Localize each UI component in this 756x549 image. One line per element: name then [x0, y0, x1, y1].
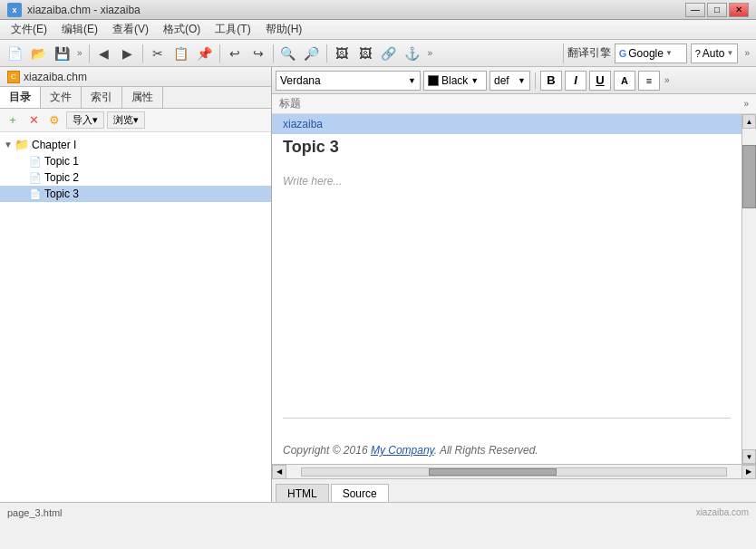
content-with-scroll: xiazaiba Topic 3 Write here... Copyright… — [272, 114, 756, 464]
font-chevron-icon: ▼ — [408, 76, 416, 85]
tree-topic2[interactable]: 📄 Topic 2 — [0, 169, 271, 186]
content-area: Verdana ▼ Black ▼ def ▼ B I U A ≡ » 标题 » — [272, 67, 756, 502]
toolbar-more-2[interactable]: » — [425, 48, 436, 58]
status-right: xiazaiba.com — [696, 507, 749, 517]
editor-content[interactable]: Write here... — [272, 164, 741, 400]
forward-button[interactable]: ▶ — [117, 43, 139, 64]
translate-section: 翻译引擎 G Google ▼ ? Auto ▼ » — [563, 43, 756, 63]
tab-toc[interactable]: 目录 — [0, 87, 41, 108]
vertical-scrollbar[interactable]: ▲ ▼ — [741, 114, 756, 464]
underline-button[interactable]: U — [589, 71, 611, 91]
sidebar-tree: ▼ 📁 Chapter I 📄 Topic 1 📄 Topic 2 📄 Topi… — [0, 132, 271, 502]
anchor-button[interactable]: ⚓ — [402, 43, 423, 64]
heading-more[interactable]: » — [743, 99, 749, 109]
color-select[interactable]: Black ▼ — [423, 71, 487, 91]
sep-1 — [89, 44, 90, 63]
translate-engine-select[interactable]: G Google ▼ — [615, 43, 687, 63]
add-item-button[interactable]: + — [4, 111, 22, 130]
status-logo: xiazaiba.com — [696, 507, 749, 517]
menu-view[interactable]: 查看(V) — [105, 20, 156, 39]
my-company-link[interactable]: My Company — [371, 444, 434, 457]
link-button[interactable]: 🔗 — [378, 43, 400, 64]
translate-lang-value: Auto — [703, 47, 725, 60]
bold-button[interactable]: B — [540, 71, 562, 91]
menu-edit[interactable]: 编辑(E) — [54, 20, 105, 39]
open-button[interactable]: 📂 — [27, 43, 49, 64]
google-icon: G — [619, 48, 627, 59]
italic-button[interactable]: I — [565, 71, 586, 91]
topic1-label: Topic 1 — [44, 155, 79, 168]
tab-source[interactable]: Source — [331, 484, 389, 502]
zoom-in-button[interactable]: 🔎 — [301, 43, 323, 64]
scroll-down-arrow[interactable]: ▼ — [742, 449, 756, 464]
heading-bar: 标题 » — [272, 94, 756, 114]
chapter-label: Chapter I — [32, 139, 76, 151]
paste-button[interactable]: 📌 — [194, 43, 216, 64]
tab-html[interactable]: HTML — [276, 484, 329, 502]
page-icon-1: 📄 — [29, 156, 42, 168]
undo-button[interactable]: ↩ — [224, 43, 246, 64]
translate-engine-value: Google — [628, 47, 664, 60]
maximize-button[interactable]: □ — [707, 3, 727, 17]
font-select[interactable]: Verdana ▼ — [276, 71, 421, 91]
chm-file-icon: C — [7, 71, 20, 83]
highlight-button[interactable]: A — [614, 71, 635, 91]
title-controls[interactable]: — □ ✕ — [685, 3, 749, 17]
tab-properties[interactable]: 属性 — [122, 87, 163, 108]
breadcrumb-link[interactable]: xiazaiba — [283, 118, 323, 130]
title-bar-left: x xiazaiba.chm - xiazaiba — [7, 3, 141, 17]
heading-label: 标题 — [279, 96, 301, 111]
save-button[interactable]: 💾 — [51, 43, 73, 64]
topic2-label: Topic 2 — [44, 171, 79, 184]
delete-item-button[interactable]: ✕ — [24, 111, 43, 130]
redo-button[interactable]: ↪ — [247, 43, 269, 64]
new-button[interactable]: 📄 — [4, 43, 25, 64]
settings-button[interactable]: ⚙ — [45, 111, 63, 130]
image-button[interactable]: 🖼 — [331, 43, 353, 64]
menu-tools[interactable]: 工具(T) — [208, 20, 257, 39]
scroll-left-arrow[interactable]: ◀ — [272, 465, 286, 479]
menu-format[interactable]: 格式(O) — [156, 20, 208, 39]
scroll-track-v[interactable] — [742, 129, 756, 449]
scroll-track-h[interactable] — [301, 467, 727, 477]
sep-5 — [326, 44, 327, 63]
browse-button[interactable]: 浏览▾ — [107, 111, 145, 129]
size-value: def — [494, 74, 509, 87]
scroll-thumb-v[interactable] — [742, 145, 756, 209]
size-select[interactable]: def ▼ — [489, 71, 530, 91]
tab-files[interactable]: 文件 — [41, 87, 82, 108]
translate-more[interactable]: » — [741, 48, 752, 58]
align-button[interactable]: ≡ — [638, 71, 660, 91]
menu-help[interactable]: 帮助(H) — [258, 20, 310, 39]
translate-label: 翻译引擎 — [567, 45, 611, 61]
close-button[interactable]: ✕ — [729, 3, 749, 17]
scroll-up-arrow[interactable]: ▲ — [742, 114, 756, 129]
translate-lang-select[interactable]: ? Auto ▼ — [691, 43, 739, 63]
topic-heading: Topic 3 — [272, 134, 741, 164]
window-title: xiazaiba.chm - xiazaiba — [27, 4, 141, 16]
sidebar: C xiazaiba.chm 目录 文件 索引 属性 + ✕ ⚙ 导入▾ 浏览▾… — [0, 67, 272, 502]
format-more[interactable]: » — [663, 75, 672, 85]
search-button[interactable]: 🔍 — [277, 43, 299, 64]
tree-chapter[interactable]: ▼ 📁 Chapter I — [0, 136, 271, 153]
status-file: page_3.html — [7, 507, 63, 518]
toolbar-more-1[interactable]: » — [74, 48, 85, 58]
content-divider — [283, 418, 731, 419]
minimize-button[interactable]: — — [685, 3, 705, 17]
sidebar-title: C xiazaiba.chm — [0, 67, 271, 87]
horizontal-scrollbar[interactable]: ◀ ▶ — [272, 464, 756, 478]
scroll-thumb-h[interactable] — [429, 468, 556, 476]
scroll-right-arrow[interactable]: ▶ — [741, 465, 756, 479]
back-button[interactable]: ◀ — [93, 43, 115, 64]
tab-index[interactable]: 索引 — [82, 87, 122, 108]
copy-button[interactable]: 📋 — [170, 43, 192, 64]
import-button[interactable]: 导入▾ — [66, 111, 104, 129]
tree-topic1[interactable]: 📄 Topic 1 — [0, 153, 271, 169]
tree-topic3[interactable]: 📄 Topic 3 — [0, 186, 271, 202]
copyright-text: Copyright © 2016 My Company. All Rights … — [272, 437, 741, 464]
image2-button[interactable]: 🖼 — [354, 43, 376, 64]
menu-file[interactable]: 文件(E) — [4, 20, 54, 39]
cut-button[interactable]: ✂ — [147, 43, 169, 64]
bottom-tabs: HTML Source — [272, 478, 756, 502]
status-bar: page_3.html xiazaiba.com — [0, 502, 756, 522]
